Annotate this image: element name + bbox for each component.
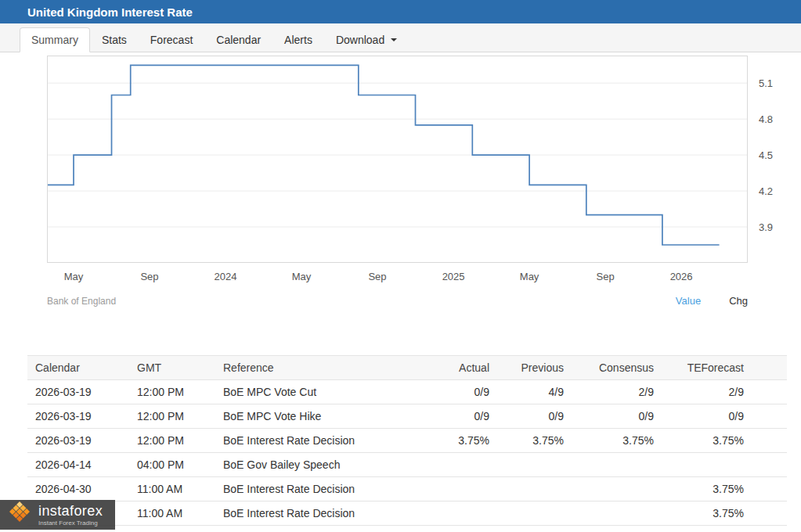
cell-calendar: 2026-04-14: [27, 453, 129, 477]
cell-previous: [497, 501, 572, 526]
cell-consensus: 2/9: [572, 380, 662, 404]
x-tick-label: Sep: [368, 271, 386, 282]
x-tick-label: May: [292, 271, 312, 282]
y-tick-label: 4.8: [759, 113, 773, 125]
cell-actual: 0/9: [435, 380, 497, 404]
cell-gmt: 11:00 AM: [129, 477, 215, 501]
chart-source: Bank of England: [47, 296, 116, 307]
x-tick-label: 2025: [442, 271, 465, 282]
cell-actual: [435, 453, 497, 477]
cell-gmt: 12:00 PM: [129, 380, 215, 404]
cell-teforecast: 3.75%: [662, 477, 787, 501]
table-row[interactable]: 2026-03-1912:00 PMBoE MPC Vote Cut0/94/9…: [27, 380, 787, 404]
cell-calendar: 2026-03-19: [27, 380, 129, 404]
tab-label: Stats: [102, 34, 127, 45]
x-tick-label: 2024: [215, 271, 237, 282]
x-tick-label: May: [520, 271, 539, 282]
page-title: United Kingdom Interest Rate: [27, 5, 193, 19]
instaforex-logo-icon: [6, 501, 33, 528]
x-tick-label: Sep: [140, 271, 158, 282]
tab-bar: SummaryStatsForecastCalendarAlertsDownlo…: [0, 23, 801, 52]
tab-calendar[interactable]: Calendar: [204, 27, 272, 52]
cell-reference: BoE Interest Rate Decision: [215, 429, 435, 453]
x-tick-label: 2026: [670, 271, 693, 282]
cell-reference: BoE MPC Vote Hike: [215, 404, 435, 429]
cell-reference: BoE Interest Rate Decision: [215, 501, 435, 526]
tab-label: Summary: [31, 34, 78, 45]
cell-calendar: 2026-03-19: [27, 404, 129, 429]
cell-teforecast: [662, 453, 787, 477]
col-header-calendar: Calendar: [27, 356, 129, 380]
cell-actual: [435, 477, 497, 501]
col-header-reference: Reference: [215, 356, 435, 380]
col-header-teforecast: TEForecast: [662, 356, 787, 380]
table-row[interactable]: 2026-04-1404:00 PMBoE Gov Bailey Speech: [27, 453, 787, 477]
y-tick-label: 4.2: [759, 185, 773, 197]
table-row[interactable]: 2026-03-1912:00 PMBoE Interest Rate Deci…: [27, 429, 787, 453]
col-header-actual: Actual: [435, 356, 497, 380]
tab-label: Alerts: [284, 34, 312, 45]
cell-gmt: 12:00 PM: [129, 429, 215, 453]
tab-download[interactable]: Download: [324, 27, 409, 52]
table-row[interactable]: 11:00 AMBoE Interest Rate Decision3.75%: [27, 501, 787, 526]
cell-consensus: [572, 477, 662, 501]
col-header-consensus: Consensus: [572, 356, 662, 380]
tab-summary[interactable]: Summary: [20, 27, 90, 52]
tab-forecast[interactable]: Forecast: [139, 27, 204, 52]
tab-label: Calendar: [216, 34, 261, 45]
cell-previous: 3.75%: [497, 429, 572, 453]
cell-previous: 4/9: [497, 380, 572, 404]
cell-previous: [497, 477, 572, 501]
tab-label: Forecast: [150, 34, 193, 45]
cell-teforecast: 3.75%: [662, 501, 787, 526]
cell-gmt: 11:00 AM: [129, 501, 215, 526]
cell-actual: 3.75%: [435, 429, 497, 453]
cell-consensus: [572, 453, 662, 477]
cell-consensus: [572, 501, 662, 526]
table-header-row: CalendarGMTReferenceActualPreviousConsen…: [27, 356, 787, 380]
tab-label: Download: [336, 34, 384, 45]
cell-previous: [497, 453, 572, 477]
col-header-gmt: GMT: [129, 356, 215, 380]
chart-legend: Value Chg: [676, 295, 748, 307]
col-header-previous: Previous: [497, 356, 572, 380]
legend-chg-toggle[interactable]: Chg: [729, 295, 748, 307]
x-tick-label: Sep: [597, 271, 615, 282]
x-tick-label: May: [64, 271, 84, 282]
cell-consensus: 3.75%: [572, 429, 662, 453]
instaforex-watermark: instaforex Instant Forex Trading: [0, 500, 115, 530]
watermark-tagline: Instant Forex Trading: [38, 520, 103, 527]
y-tick-label: 5.1: [759, 77, 773, 89]
cell-reference: BoE MPC Vote Cut: [215, 380, 435, 404]
rate-chart-svg[interactable]: 5.14.84.54.23.9MaySep2024MaySep2025MaySe…: [47, 56, 779, 284]
page-header: United Kingdom Interest Rate: [0, 0, 801, 23]
rate-chart[interactable]: 5.14.84.54.23.9MaySep2024MaySep2025MaySe…: [27, 56, 775, 287]
tab-stats[interactable]: Stats: [90, 27, 139, 52]
table-row[interactable]: 2026-04-3011:00 AMBoE Interest Rate Deci…: [27, 477, 787, 501]
chart-footer: Bank of England Value Chg: [27, 287, 775, 319]
cell-consensus: 0/9: [572, 404, 662, 429]
plot-area[interactable]: [48, 56, 748, 263]
cell-calendar: 2026-04-30: [27, 477, 129, 501]
calendar-table: CalendarGMTReferenceActualPreviousConsen…: [27, 355, 787, 526]
cell-gmt: 12:00 PM: [129, 404, 215, 429]
cell-actual: [435, 501, 497, 526]
y-tick-label: 3.9: [759, 221, 773, 233]
cell-actual: 0/9: [435, 404, 497, 429]
cell-teforecast: 2/9: [662, 380, 787, 404]
y-tick-label: 4.5: [759, 149, 773, 161]
cell-reference: BoE Interest Rate Decision: [215, 477, 435, 501]
caret-down-icon: [391, 38, 397, 41]
cell-teforecast: 0/9: [662, 404, 787, 429]
table-row[interactable]: 2026-03-1912:00 PMBoE MPC Vote Hike0/90/…: [27, 404, 787, 429]
cell-reference: BoE Gov Bailey Speech: [215, 453, 435, 477]
cell-calendar: 2026-03-19: [27, 429, 129, 453]
cell-teforecast: 3.75%: [662, 429, 787, 453]
legend-value-toggle[interactable]: Value: [676, 295, 701, 307]
cell-gmt: 04:00 PM: [129, 453, 215, 477]
tab-alerts[interactable]: Alerts: [272, 27, 324, 52]
cell-previous: 0/9: [497, 404, 572, 429]
watermark-brand-name: instaforex: [38, 504, 103, 518]
